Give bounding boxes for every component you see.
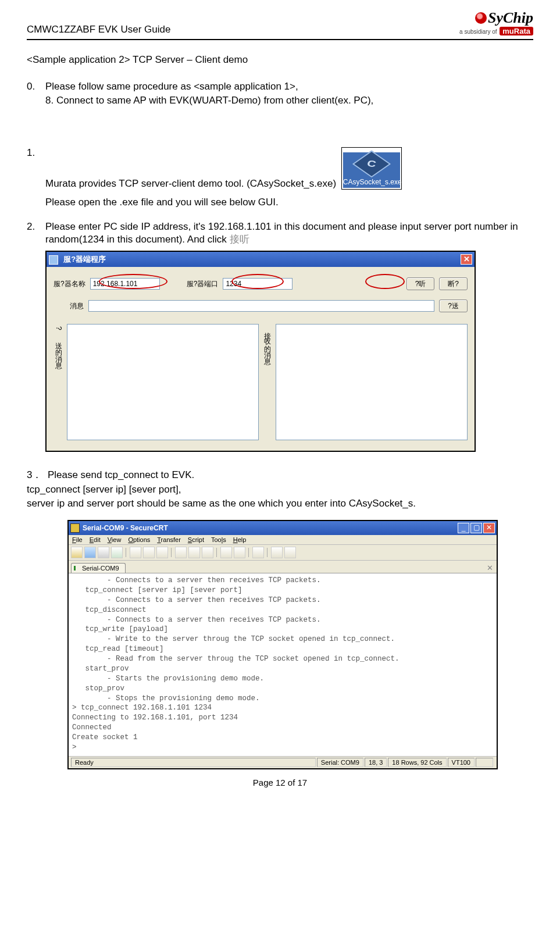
toolbar-button[interactable] bbox=[143, 547, 155, 558]
session-tab-label: Serial-COM9 bbox=[82, 565, 119, 572]
server-port-label: 服?器端口 bbox=[187, 279, 219, 289]
status-ready: Ready bbox=[71, 758, 316, 767]
toolbar-button[interactable] bbox=[220, 547, 232, 558]
server-port-input[interactable] bbox=[223, 278, 293, 290]
server-dialog: 服?器端程序 ✕ 服?器名称 服?器端口 ?听 断? 消息 ?送 bbox=[45, 251, 476, 452]
maximize-icon[interactable]: ▢ bbox=[470, 523, 482, 533]
message-label: 消息 bbox=[53, 301, 84, 311]
step-3-line3: server ip and server port should be same… bbox=[27, 498, 533, 509]
step-3-line2: tcp_connect [server ip] [sever port], bbox=[27, 484, 533, 495]
toolbar-separator bbox=[170, 547, 173, 558]
sychip-globe-icon bbox=[475, 12, 487, 24]
section-heading: <Sample application 2> TCP Server – Clie… bbox=[27, 54, 533, 66]
terminal-output[interactable]: - Connects to a server then receives TCP… bbox=[69, 573, 497, 756]
message-input[interactable] bbox=[88, 300, 434, 312]
doc-title: CMWC1ZZABF EVK User Guide bbox=[27, 24, 171, 35]
step-2-text: Please enter PC side IP address, it's 19… bbox=[45, 221, 518, 245]
toolbar-button[interactable] bbox=[188, 547, 200, 558]
dialog-app-icon bbox=[49, 255, 58, 265]
step-3-line1: Please send tcp_connect to EVK. bbox=[48, 469, 194, 480]
status-serial: Serial: COM9 bbox=[317, 758, 363, 767]
menu-script[interactable]: Script bbox=[188, 536, 204, 543]
toolbar-button[interactable] bbox=[202, 547, 213, 558]
server-name-input[interactable] bbox=[90, 278, 160, 290]
minimize-icon[interactable]: _ bbox=[458, 523, 469, 533]
toolbar-button[interactable] bbox=[252, 547, 264, 558]
step-1-line2: Please open the .exe file and you will s… bbox=[45, 197, 533, 208]
listen-button[interactable]: ?听 bbox=[406, 277, 435, 290]
menu-view[interactable]: View bbox=[108, 536, 122, 543]
exe-icon-thumbnail: CAsySocket_s.exe bbox=[341, 147, 402, 190]
exe-icon-label: CAsySocket_s.exe bbox=[343, 178, 400, 186]
toolbar-button[interactable] bbox=[111, 547, 123, 558]
toolbar-separator bbox=[215, 547, 219, 558]
toolbar-button[interactable] bbox=[271, 547, 283, 558]
dialog-title: 服?器端程序 bbox=[63, 255, 106, 263]
toolbar-button[interactable] bbox=[130, 547, 141, 558]
step-2-chinese-hint: 接听 bbox=[230, 234, 249, 245]
tab-close-icon[interactable]: ✕ bbox=[485, 564, 494, 573]
menu-edit[interactable]: Edit bbox=[90, 536, 101, 543]
step-3-number: 3． bbox=[27, 469, 42, 480]
sychip-wordmark: SyChip bbox=[488, 9, 533, 26]
toolbar-button[interactable] bbox=[71, 547, 83, 558]
menu-bar: File Edit View Options Transfer Script T… bbox=[69, 535, 497, 545]
step-0-number: 0. bbox=[27, 81, 45, 106]
menu-file[interactable]: File bbox=[72, 536, 83, 543]
status-bar: Ready Serial: COM9 18, 3 18 Rows, 92 Col… bbox=[69, 756, 497, 768]
status-term-type: VT100 bbox=[448, 758, 475, 767]
subsidiary-text: a subsidiary of bbox=[459, 28, 497, 35]
toolbar bbox=[69, 545, 497, 561]
menu-help[interactable]: Help bbox=[233, 536, 247, 543]
status-cursor-pos: 18, 3 bbox=[365, 758, 387, 767]
step-1-line1: Murata provides TCP server-client demo t… bbox=[45, 178, 336, 189]
securecrt-app-icon bbox=[70, 523, 80, 533]
murata-badge: muRata bbox=[500, 27, 533, 35]
cube-icon bbox=[352, 151, 391, 178]
status-empty bbox=[476, 758, 493, 767]
toolbar-separator bbox=[266, 547, 269, 558]
toolbar-button[interactable] bbox=[98, 547, 109, 558]
menu-transfer[interactable]: Transfer bbox=[157, 536, 181, 543]
toolbar-button[interactable] bbox=[156, 547, 168, 558]
step-0-line1: Please follow same procedure as <sample … bbox=[45, 81, 533, 92]
menu-tools[interactable]: Tools bbox=[211, 536, 226, 543]
toolbar-button[interactable] bbox=[284, 547, 296, 558]
step-0-line2: 8. Connect to same AP with EVK(WUART-Dem… bbox=[45, 95, 533, 106]
toolbar-separator bbox=[247, 547, 251, 558]
sent-messages-label: ? 送 的 消 息 bbox=[53, 324, 63, 440]
sent-messages-box[interactable] bbox=[67, 324, 259, 440]
close-icon[interactable]: ✕ bbox=[483, 523, 495, 533]
securecrt-window: Serial-COM9 - SecureCRT _ ▢ ✕ File Edit … bbox=[67, 520, 498, 769]
step-1-number: 1. bbox=[27, 147, 45, 208]
step-2-number: 2. bbox=[27, 221, 45, 246]
received-messages-box[interactable] bbox=[276, 324, 468, 440]
toolbar-button[interactable] bbox=[175, 547, 187, 558]
session-tab[interactable]: Serial-COM9 bbox=[71, 563, 126, 573]
menu-options[interactable]: Options bbox=[128, 536, 150, 543]
page-footer: Page 12 of 17 bbox=[27, 778, 533, 787]
close-icon[interactable]: ✕ bbox=[461, 254, 472, 265]
toolbar-button[interactable] bbox=[234, 547, 245, 558]
toolbar-button[interactable] bbox=[84, 547, 96, 558]
securecrt-title: Serial-COM9 - SecureCRT bbox=[83, 524, 168, 532]
status-dimensions: 18 Rows, 92 Cols bbox=[388, 758, 446, 767]
toolbar-separator bbox=[124, 547, 128, 558]
server-name-label: 服?器名称 bbox=[53, 279, 85, 289]
disconnect-button[interactable]: 断? bbox=[439, 277, 468, 290]
brand-logo: SyChip a subsidiary of muRata bbox=[459, 10, 533, 35]
received-messages-label: 接 收 的 消 息 bbox=[262, 324, 272, 440]
send-button[interactable]: ?送 bbox=[439, 300, 468, 312]
